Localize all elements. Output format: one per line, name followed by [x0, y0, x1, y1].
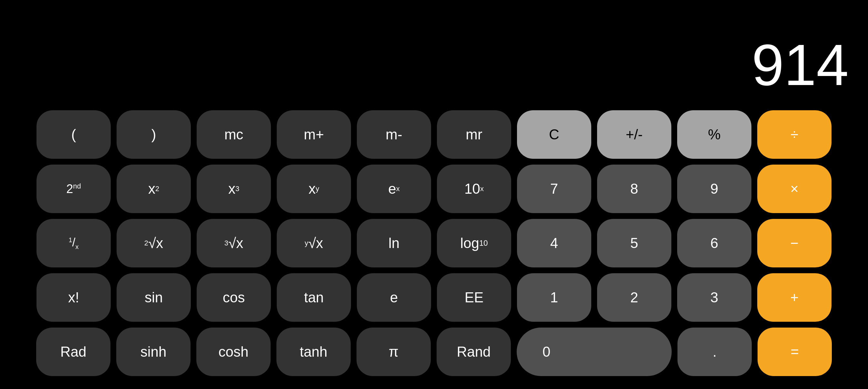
btn-log10[interactable]: log10	[437, 219, 511, 268]
btn-m-plus[interactable]: m+	[277, 110, 351, 159]
btn-pi[interactable]: π	[356, 328, 431, 376]
btn-five[interactable]: 5	[597, 219, 671, 268]
display-value: 914	[752, 36, 848, 94]
btn-four[interactable]: 4	[517, 219, 591, 268]
btn-divide[interactable]: ÷	[757, 110, 832, 159]
btn-mc[interactable]: mc	[197, 110, 271, 159]
btn-m-minus[interactable]: m-	[357, 110, 431, 159]
btn-plus-minus[interactable]: +/-	[597, 110, 671, 159]
btn-rad[interactable]: Rad	[36, 328, 111, 376]
calculator: 914 ()mcm+m-mrC+/-%÷2ndx2x3xyex10x789×1/…	[0, 0, 868, 389]
btn-mr[interactable]: mr	[437, 110, 511, 159]
btn-open-paren[interactable]: (	[36, 110, 111, 159]
btn-x-squared[interactable]: x2	[117, 165, 191, 213]
btn-cos[interactable]: cos	[197, 273, 271, 322]
btn-percent[interactable]: %	[677, 110, 751, 159]
btn-x-to-y[interactable]: xy	[277, 165, 351, 213]
btn-tanh[interactable]: tanh	[276, 328, 351, 376]
button-grid: ()mcm+m-mrC+/-%÷2ndx2x3xyex10x789×1/x2√x…	[0, 104, 868, 389]
btn-factorial[interactable]: x!	[36, 273, 111, 322]
btn-euler[interactable]: e	[357, 273, 431, 322]
btn-one[interactable]: 1	[517, 273, 591, 322]
btn-10-to-x[interactable]: 10x	[437, 165, 511, 213]
btn-eight[interactable]: 8	[597, 165, 671, 213]
btn-x-cubed[interactable]: x3	[197, 165, 271, 213]
btn-one-over-x[interactable]: 1/x	[36, 219, 111, 268]
btn-e-to-x[interactable]: ex	[357, 165, 431, 213]
btn-two[interactable]: 2	[597, 273, 671, 322]
btn-tan[interactable]: tan	[277, 273, 351, 322]
btn-rand[interactable]: Rand	[437, 328, 511, 376]
btn-close-paren[interactable]: )	[117, 110, 191, 159]
btn-ln[interactable]: ln	[357, 219, 431, 268]
btn-seven[interactable]: 7	[517, 165, 591, 213]
button-row-1: 2ndx2x3xyex10x789×	[13, 165, 855, 213]
btn-cosh[interactable]: cosh	[196, 328, 271, 376]
btn-sin[interactable]: sin	[117, 273, 191, 322]
button-row-4: RadsinhcoshtanhπRand0.=	[13, 328, 855, 376]
btn-decimal[interactable]: .	[678, 328, 752, 376]
button-row-3: x!sincostaneEE123+	[13, 273, 855, 322]
button-row-0: ()mcm+m-mrC+/-%÷	[13, 110, 855, 159]
btn-second[interactable]: 2nd	[36, 165, 111, 213]
btn-add[interactable]: +	[757, 273, 832, 322]
btn-nine[interactable]: 9	[677, 165, 751, 213]
btn-cbrt-x[interactable]: 3√x	[197, 219, 271, 268]
btn-zero[interactable]: 0	[517, 328, 672, 376]
btn-six[interactable]: 6	[677, 219, 751, 268]
btn-ee[interactable]: EE	[437, 273, 511, 322]
btn-sqrt-x[interactable]: 2√x	[117, 219, 191, 268]
btn-clear[interactable]: C	[517, 110, 591, 159]
btn-subtract[interactable]: −	[757, 219, 832, 268]
btn-multiply[interactable]: ×	[757, 165, 832, 213]
btn-sinh[interactable]: sinh	[116, 328, 190, 376]
display: 914	[0, 0, 868, 104]
btn-three[interactable]: 3	[677, 273, 751, 322]
btn-equals[interactable]: =	[757, 328, 832, 376]
btn-y-root-x[interactable]: y√x	[277, 219, 351, 268]
button-row-2: 1/x2√x3√xy√xlnlog10456−	[13, 219, 855, 268]
